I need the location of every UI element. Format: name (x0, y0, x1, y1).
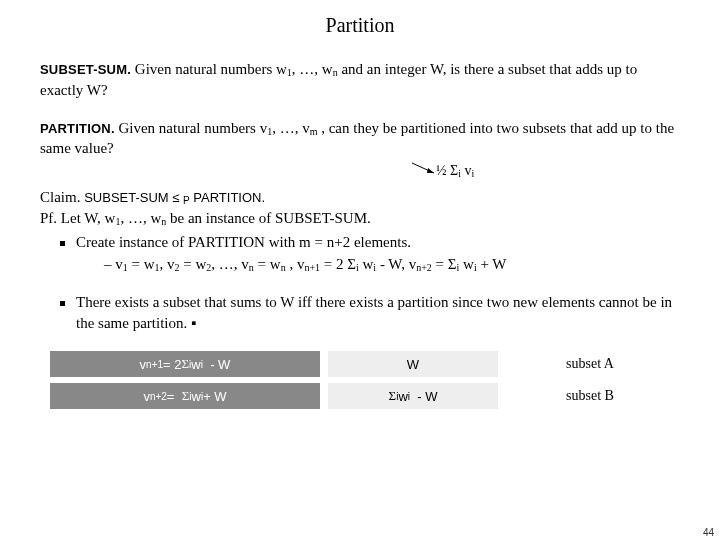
cell-left-2: vn+2 = Σi wi + W (50, 383, 320, 409)
claim-text: SUBSET-SUM ≤ P PARTITION. (84, 190, 265, 205)
cell-right-1: subset A (510, 351, 670, 377)
page-title: Partition (40, 14, 680, 37)
cell-right-2: subset B (510, 383, 670, 409)
partition-text-a: Given natural numbers v (118, 120, 267, 136)
cell-mid-1: W (328, 351, 498, 377)
partition-label: PARTITION. (40, 121, 115, 136)
pf-label: Pf. (40, 210, 57, 226)
bullet-2: There exists a subset that sums to W iff… (60, 292, 680, 336)
table-row: vn+1 = 2 Σi wi - W W subset A (50, 351, 670, 377)
cell-left-1: vn+1 = 2 Σi wi - W (50, 351, 320, 377)
pf-intro-c: be an instance of SUBSET-SUM. (166, 210, 370, 226)
pf-intro-a: Let W, w (61, 210, 116, 226)
partition-para: PARTITION. Given natural numbers v1, …, … (40, 118, 680, 159)
claim-label: Claim. (40, 189, 80, 205)
partition-table: vn+1 = 2 Σi wi - W W subset A vn+2 = Σi … (50, 351, 670, 409)
half-expr: ½ Σi vi (436, 163, 474, 179)
claim-area: Claim. SUBSET-SUM ≤ P PARTITION. Pf. Let… (40, 187, 680, 336)
svg-marker-1 (427, 168, 434, 173)
bullet-1: Create instance of PARTITION with m = n+… (60, 232, 680, 276)
half-arrow-row: ½ Σi vi (40, 163, 680, 187)
subsetsum-text-b: , …, w (292, 61, 333, 77)
table-row: vn+2 = Σi wi + W Σi wi - W subset B (50, 383, 670, 409)
subsetsum-text-a: Given natural numbers w (135, 61, 287, 77)
dash-line: – v1 = w1, v2 = w2, …, vn = wn , vn+1 = … (104, 254, 680, 276)
pf-intro-b: , …, w (120, 210, 161, 226)
subsetsum-label: SUBSET-SUM. (40, 62, 131, 77)
arrow-icon (410, 161, 438, 181)
partition-text-b: , …, v (272, 120, 310, 136)
cell-mid-2: Σi wi - W (328, 383, 498, 409)
page-number: 44 (703, 527, 714, 538)
bullet-1-text: Create instance of PARTITION with m = n+… (76, 234, 411, 250)
subsetsum-para: SUBSET-SUM. Given natural numbers w1, …,… (40, 59, 680, 100)
